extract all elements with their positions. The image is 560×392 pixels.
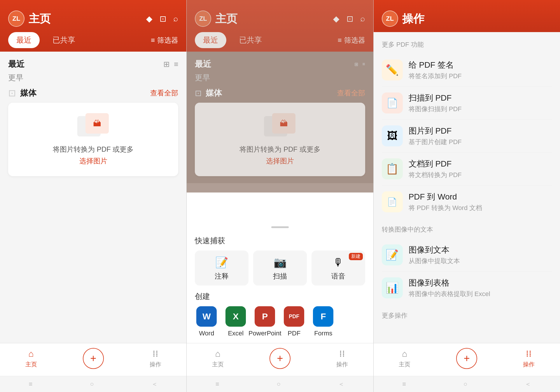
nav-home-2[interactable]: ⌂ 主页 [187, 349, 249, 368]
nav-home[interactable]: ⌂ 主页 [0, 349, 62, 368]
word-icon: W [202, 312, 211, 321]
ops-label-3: 操作 [523, 360, 535, 368]
page-title: 主页 [29, 11, 51, 26]
diamond-icon[interactable]: ◆ [146, 14, 153, 24]
home-icon-2: ⌂ [215, 349, 220, 359]
tab-recent[interactable]: 最近 [8, 32, 40, 48]
panel3-bottom-line: ≡ ○ ＜ [374, 376, 560, 392]
menu-icon-3[interactable]: ≡ [402, 380, 406, 388]
ops-page-title: 操作 [402, 11, 424, 26]
home-circle-icon[interactable]: ○ [90, 380, 94, 388]
avatar[interactable]: ZL [8, 10, 24, 27]
create-pdf[interactable]: PDF PDF [282, 306, 306, 337]
img-to-table-desc: 将图像中的表格提取到 Excel [409, 290, 490, 298]
op-doc-to-pdf[interactable]: 📋 文档到 PDF 将文档转换为 PDF [382, 153, 552, 186]
back-icon-3[interactable]: ＜ [525, 380, 531, 388]
home-circle-icon-3[interactable]: ○ [463, 380, 467, 388]
header-left-3: ZL 操作 [382, 10, 424, 27]
home-label: 主页 [25, 360, 37, 368]
nav-add[interactable]: + [62, 348, 124, 369]
back-icon-2[interactable]: ＜ [338, 380, 344, 388]
op-pdf-to-word[interactable]: 📄 PDF 到 Word 将 PDF 转换为 Word 文档 [382, 186, 552, 218]
media-desc-2: 将图片转换为 PDF 或更多 [239, 145, 320, 154]
header-top: ZL 主页 ◆ ⊡ ⌕ [8, 10, 178, 27]
nav-ops[interactable]: ⁞⁞ 操作 [124, 349, 186, 368]
nav-ops-3[interactable]: ⁞⁞ 操作 [498, 349, 560, 368]
folder-icon[interactable]: ⊡ [160, 14, 166, 24]
plus-icon-2: + [277, 352, 283, 365]
header-tabs: 最近 已共享 ≡ 筛选器 [8, 32, 178, 52]
pdf-to-word-info: PDF 到 Word 将 PDF 转换为 Word 文档 [409, 191, 482, 212]
pdf-icon: PDF [289, 314, 299, 320]
filter-label: 筛选器 [157, 36, 178, 45]
ppt-icon-box: P [255, 306, 275, 327]
create-word[interactable]: W Word [195, 306, 218, 337]
word-icon-box: W [196, 306, 217, 327]
op-img-to-text[interactable]: 📝 图像到文本 从图像中提取文本 [382, 239, 552, 272]
doc-to-pdf-name: 文档到 PDF [409, 158, 462, 169]
recent-title-2: 最近 [195, 59, 211, 70]
media-placeholder: 👤 🏔 [77, 113, 109, 136]
avatar-3[interactable]: ZL [382, 10, 398, 27]
op-img-to-table[interactable]: 📊 图像到表格 将图像中的表格提取到 Excel [382, 272, 552, 304]
voice-icon: 🎙 [333, 256, 344, 269]
image-icon: 🏔 [93, 119, 101, 128]
filter-button[interactable]: ≡ 筛选器 [151, 36, 178, 45]
op-scan-pdf[interactable]: 📄 扫描到 PDF 将图像扫描到 PDF [382, 87, 552, 120]
plus-icon-3: + [464, 352, 470, 365]
media-icon: ⊡ [8, 88, 16, 99]
scan-name: 扫描到 PDF [409, 92, 462, 104]
op-img-to-pdf[interactable]: 🖼 图片到 PDF 基于图片创建 PDF [382, 120, 552, 153]
back-icon[interactable]: ＜ [151, 380, 158, 388]
pdf-to-word-icon: 📄 [387, 197, 397, 207]
panel-1: ZL 主页 ◆ ⊡ ⌕ 最近 已共享 ≡ 筛选器 最近 [0, 0, 187, 392]
forms-label: Forms [314, 330, 332, 337]
ops-label: 操作 [150, 360, 161, 368]
grid-view-icon[interactable]: ⊞ [163, 60, 170, 69]
op-sign-pdf[interactable]: ✏️ 给 PDF 签名 将签名添加到 PDF [382, 54, 552, 87]
sign-desc: 将签名添加到 PDF [409, 72, 462, 80]
add-button[interactable]: + [83, 348, 104, 369]
view-all-2: 查看全部 [337, 88, 365, 98]
word-label: Word [199, 330, 214, 337]
ppt-label: PowerPoint [249, 330, 281, 337]
sign-icon: ✏️ [386, 64, 399, 76]
create-forms[interactable]: F Forms [312, 306, 335, 337]
media-title-2: 媒体 [206, 88, 222, 99]
select-image-link[interactable]: 选择图片 [79, 156, 107, 166]
voice-button[interactable]: 新建 🎙 语音 [312, 251, 365, 286]
header-top-2: ZL 主页 ◆ ⊡ ⌕ [195, 10, 365, 27]
add-button-2[interactable]: + [270, 348, 290, 369]
list-view-icon[interactable]: ≡ [174, 60, 178, 69]
nav-add-3[interactable]: + [436, 348, 498, 369]
scan-info: 扫描到 PDF 将图像扫描到 PDF [409, 92, 462, 113]
home-circle-icon-2[interactable]: ○ [277, 380, 281, 388]
media-card-2: 👤 🏔 将图片转换为 PDF 或更多 选择图片 [195, 103, 365, 176]
recent-title: 最近 [8, 59, 24, 70]
menu-icon-2[interactable]: ≡ [216, 380, 219, 388]
menu-icon[interactable]: ≡ [29, 380, 33, 388]
scan-button[interactable]: 📷 扫描 [253, 251, 307, 286]
nav-add-2[interactable]: + [249, 348, 311, 369]
panel1-header: ZL 主页 ◆ ⊡ ⌕ 最近 已共享 ≡ 筛选器 [0, 0, 186, 52]
create-label: 创建 [195, 291, 365, 302]
add-button-3[interactable]: + [456, 348, 477, 369]
view-all-button[interactable]: 查看全部 [150, 88, 178, 98]
pdf-label: PDF [288, 330, 300, 337]
nav-ops-2[interactable]: ⁞⁞ 操作 [311, 349, 373, 368]
forms-icon: F [321, 312, 326, 321]
avatar-2: ZL [195, 10, 211, 27]
create-ppt[interactable]: P PowerPoint [253, 306, 276, 337]
earlier-label: 更早 [8, 73, 178, 83]
tab-shared[interactable]: 已共享 [44, 32, 83, 48]
more-ops-label: 更多操作 [382, 311, 552, 320]
annotate-button[interactable]: 📝 注释 [195, 251, 249, 286]
home-icon-3: ⌂ [402, 349, 407, 359]
create-grid: W Word X Excel P PowerPoint [195, 306, 365, 337]
search-icon[interactable]: ⌕ [173, 14, 178, 23]
header-left-2: ZL 主页 [195, 10, 237, 27]
nav-home-3[interactable]: ⌂ 主页 [374, 349, 436, 368]
filter-button-2: ≡ 筛选器 [338, 36, 365, 45]
create-excel[interactable]: X Excel [224, 306, 247, 337]
tab-recent-2: 最近 [195, 32, 226, 48]
